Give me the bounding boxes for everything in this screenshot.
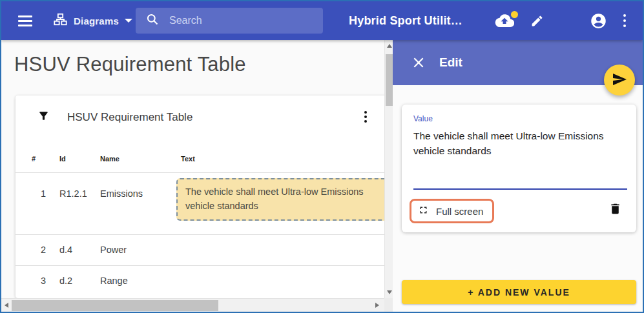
row-num: 1 — [34, 188, 53, 199]
value-text-input[interactable]: The vehicle shall meet Ultra-low Emissio… — [413, 128, 620, 158]
column-header-id: Id — [59, 155, 66, 163]
row-num: 2 — [34, 245, 53, 255]
scrollbar-corner — [384, 298, 393, 312]
edit-panel-title: Edit — [439, 56, 462, 70]
table-row[interactable]: 3 d.2 Range — [16, 265, 393, 298]
delete-value-button[interactable] — [608, 201, 622, 218]
row-id: R1.2.1 — [59, 188, 87, 199]
scroll-left-icon[interactable] — [5, 303, 8, 308]
cloud-upload-icon[interactable] — [495, 14, 514, 28]
close-icon[interactable] — [412, 56, 425, 69]
fullscreen-icon — [418, 205, 429, 217]
toolbar-actions — [495, 10, 626, 31]
vertical-scroll-thumb[interactable] — [386, 54, 393, 106]
search-input[interactable]: Search — [136, 8, 323, 34]
nav-label: Diagrams — [74, 15, 119, 26]
account-icon[interactable] — [590, 12, 607, 30]
search-icon — [146, 13, 159, 28]
row-id: d.4 — [59, 245, 72, 255]
send-icon — [612, 72, 627, 89]
hamburger-menu-icon[interactable] — [18, 15, 32, 26]
add-new-value-button[interactable]: + ADD NEW VALUE — [402, 280, 636, 304]
table-row[interactable]: 2 d.4 Power — [16, 234, 393, 265]
column-header-num: # — [32, 155, 36, 163]
horizontal-scroll-thumb[interactable] — [12, 300, 218, 311]
requirement-table-card: HSUV Requirement Table # Id Name Text 1 … — [16, 96, 393, 298]
edit-pencil-icon[interactable] — [530, 14, 544, 28]
chevron-down-icon — [125, 19, 132, 23]
diagrams-nav-button[interactable]: Diagrams — [53, 11, 132, 30]
column-header-text: Text — [181, 155, 195, 163]
table-row[interactable]: 1 R1.2.1 Emissions The vehicle shall mee… — [16, 172, 393, 234]
vertical-scrollbar[interactable] — [384, 40, 393, 298]
row-num: 3 — [34, 276, 53, 286]
table-card-header: HSUV Requirement Table — [16, 96, 393, 141]
scroll-right-icon[interactable] — [375, 303, 379, 308]
row-id: d.2 — [59, 276, 72, 286]
field-underline — [413, 188, 627, 190]
filter-icon[interactable] — [37, 110, 50, 125]
app-window: Diagrams Search Hybrid Sport Utilit… — [0, 0, 644, 313]
horizontal-scrollbar[interactable] — [1, 298, 384, 312]
diagram-area: HSUV Requirement Table HSUV Requirement … — [1, 40, 393, 312]
value-field-label: Value — [413, 114, 433, 123]
selected-text-cell[interactable]: The vehicle shall meet Ultra-low Emissio… — [176, 178, 392, 221]
diagram-tree-icon — [53, 12, 68, 29]
scroll-up-icon[interactable] — [387, 44, 392, 48]
trash-icon — [608, 208, 622, 218]
document-title: Hybrid Sport Utilit… — [349, 14, 462, 28]
row-name: Power — [100, 245, 127, 255]
notification-badge — [511, 11, 518, 18]
page-title: HSUV Requirement Table — [14, 53, 246, 76]
table-menu-icon[interactable] — [362, 108, 369, 125]
row-name: Range — [100, 276, 128, 286]
overflow-menu-icon[interactable] — [623, 14, 626, 27]
apps-grid-icon[interactable] — [560, 14, 573, 27]
column-header-name: Name — [100, 155, 119, 163]
scroll-down-icon[interactable] — [387, 290, 392, 294]
value-card: Value The vehicle shall meet Ultra-low E… — [402, 105, 636, 232]
fullscreen-button[interactable]: Full screen — [410, 199, 494, 223]
fullscreen-label: Full screen — [436, 206, 483, 217]
edit-panel: Edit Value The vehicle shall meet Ultra-… — [393, 40, 643, 312]
row-name: Emissions — [100, 188, 143, 199]
send-button[interactable] — [604, 65, 635, 96]
table-title: HSUV Requirement Table — [67, 111, 192, 124]
top-toolbar: Diagrams Search Hybrid Sport Utilit… — [1, 1, 643, 40]
table-column-headers: # Id Name Text — [16, 155, 393, 172]
search-placeholder: Search — [169, 15, 202, 26]
